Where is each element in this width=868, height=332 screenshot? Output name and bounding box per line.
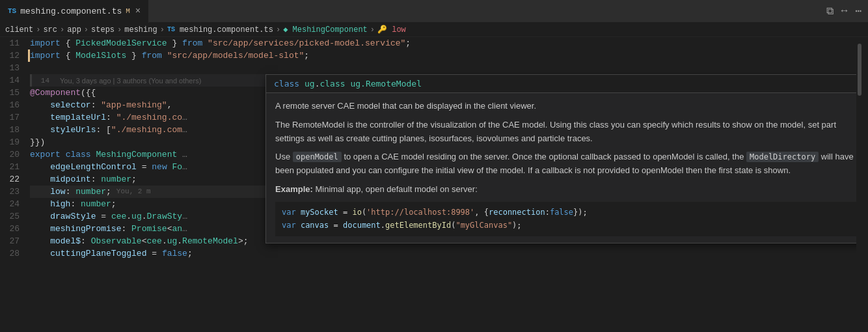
breadcrumb-class[interactable]: ◆ MeshingComponent bbox=[283, 25, 368, 35]
doc-popup: class ug.class ug.RemoteModel A remote s… bbox=[265, 74, 856, 243]
editor-area: 11 12 13 14 15 16 17 18 19 20 21 22 23 2… bbox=[0, 37, 868, 332]
code-line-11: import { PickedModelService } from "src/… bbox=[30, 37, 856, 49]
breadcrumb: client › src › app › steps › meshing › T… bbox=[0, 23, 868, 37]
breadcrumb-client[interactable]: client bbox=[5, 25, 33, 35]
doc-code-line2: var canvas = document.getElementById("my… bbox=[282, 219, 856, 232]
code-line-28 bbox=[30, 260, 856, 272]
doc-para-3: Use openModel to open a CAE model residi… bbox=[275, 150, 856, 178]
line-numbers: 11 12 13 14 15 16 17 18 19 20 21 22 23 2… bbox=[0, 37, 25, 332]
doc-example-label: Example: Minimal app, open default model… bbox=[275, 183, 856, 197]
code-panel: 11 12 13 14 15 16 17 18 19 20 21 22 23 2… bbox=[0, 37, 856, 332]
breadcrumb-steps[interactable]: steps bbox=[91, 25, 115, 35]
doc-code-block: var mySocket = io('http://localhost:8998… bbox=[275, 202, 856, 236]
scrollbar-track[interactable] bbox=[856, 37, 863, 332]
code-line-13 bbox=[30, 62, 856, 74]
blame-inline-22: You, 2 m bbox=[116, 186, 151, 198]
code-content[interactable]: import { PickedModelService } from "src/… bbox=[25, 37, 856, 332]
model-dir-code: ModelDirectory bbox=[746, 152, 819, 162]
active-tab[interactable]: TS meshing.component.ts M × bbox=[0, 0, 149, 23]
doc-popup-body: A remote server CAE model that can be di… bbox=[266, 93, 856, 243]
breadcrumb-src[interactable]: src bbox=[43, 25, 57, 35]
code-line-27: cuttingPlaneToggled = false; bbox=[30, 247, 856, 260]
breadcrumb-member[interactable]: 🔑 low bbox=[377, 25, 406, 35]
more-actions-icon[interactable]: ⋯ bbox=[855, 5, 861, 18]
tab-modified-indicator: M bbox=[126, 7, 130, 15]
breadcrumb-app[interactable]: app bbox=[67, 25, 81, 35]
breadcrumb-toggle-icon[interactable]: ↔ bbox=[841, 5, 848, 17]
open-model-code: openModel bbox=[293, 152, 342, 162]
breadcrumb-meshing[interactable]: meshing bbox=[124, 25, 157, 35]
tab-filename: meshing.component.ts bbox=[20, 7, 122, 16]
editor-toolbar: ⧉ ↔ ⋯ bbox=[826, 5, 868, 18]
doc-code-line1: var mySocket = io('http://localhost:8998… bbox=[282, 206, 856, 219]
scrollbar-thumb[interactable] bbox=[858, 44, 861, 96]
doc-para-1: A remote server CAE model that can be di… bbox=[275, 100, 856, 113]
blame-annotation: You, 3 days ago | 3 authors (You and oth… bbox=[55, 77, 201, 85]
split-editor-icon[interactable]: ⧉ bbox=[826, 5, 834, 18]
code-line-12: import { ModelSlots } from "src/app/mode… bbox=[30, 49, 856, 62]
tab-close-button[interactable]: × bbox=[135, 6, 141, 16]
tab-ts-label: TS bbox=[8, 7, 16, 15]
breadcrumb-file[interactable]: meshing.component.ts bbox=[180, 25, 273, 35]
doc-para-2: The RemoteModel is the controller of the… bbox=[275, 118, 856, 146]
minimap bbox=[863, 37, 868, 332]
doc-popup-header: class ug.class ug.RemoteModel bbox=[266, 75, 856, 93]
tab-bar: TS meshing.component.ts M × ⧉ ↔ ⋯ bbox=[0, 0, 868, 23]
